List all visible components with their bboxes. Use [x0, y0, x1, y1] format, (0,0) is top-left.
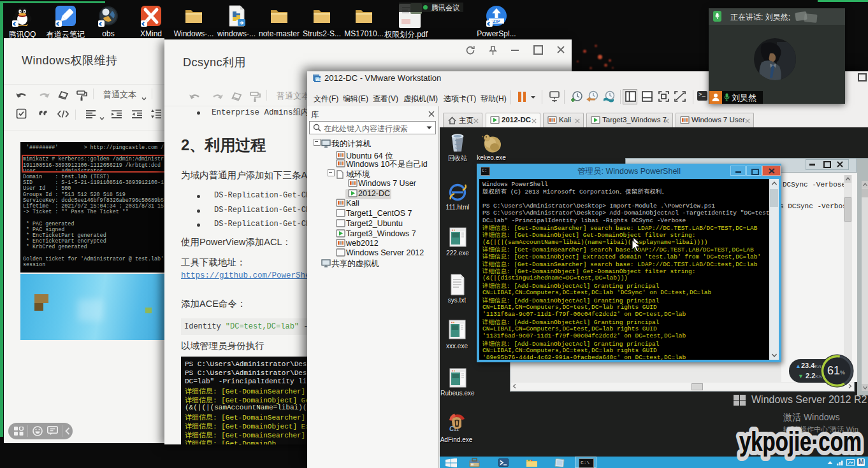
svg-text:ws: ws [315, 77, 321, 82]
svg-text:ykpojie·com: ykpojie·com [739, 426, 862, 457]
svg-text:++: ++ [454, 428, 459, 432]
svg-text:ZIP: ZIP [493, 18, 500, 24]
